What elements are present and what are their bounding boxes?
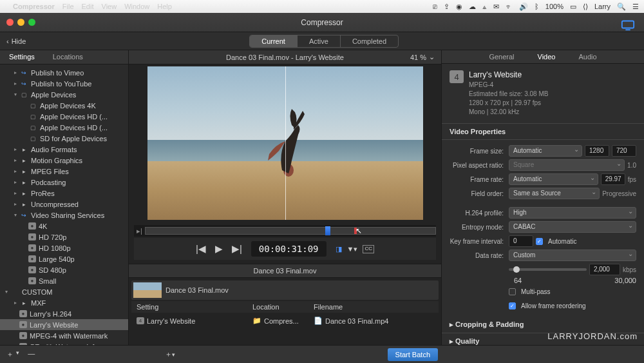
tree-item[interactable]: ▢Apple Devices 4K bbox=[0, 100, 128, 111]
timeline-track[interactable]: ↖ bbox=[145, 227, 436, 235]
frame-rate-select[interactable]: Automatic bbox=[509, 173, 598, 185]
tab-settings[interactable]: Settings bbox=[0, 50, 44, 64]
tab-video[interactable]: Video bbox=[526, 50, 567, 63]
frame-size-select[interactable]: Automatic bbox=[509, 145, 582, 157]
tree-item[interactable]: ▸↪Publish to YouTube bbox=[0, 78, 128, 89]
field-order-select[interactable]: Same as Source bbox=[509, 188, 600, 199]
timecode-display[interactable]: 00:00:31:09 bbox=[251, 241, 327, 257]
batch-row[interactable]: 4Larry's Website 📁Compres... 📄Dance 03 F… bbox=[131, 314, 439, 328]
multipass-checkbox[interactable] bbox=[509, 288, 516, 295]
keyframe-auto-checkbox[interactable]: ✓ bbox=[536, 238, 543, 245]
disclosure-arrow-icon: ▸ bbox=[13, 179, 18, 185]
menu-edit[interactable]: Edit bbox=[82, 3, 94, 10]
tree-item[interactable]: ▢Apple Devices HD (... bbox=[0, 111, 128, 122]
tab-general[interactable]: General bbox=[477, 50, 526, 63]
entropy-select[interactable]: CABAC bbox=[509, 221, 636, 233]
tab-completed[interactable]: Completed bbox=[341, 35, 398, 47]
close-button[interactable] bbox=[6, 19, 14, 26]
hide-button[interactable]: ‹ Hide bbox=[0, 37, 32, 45]
tray-icon[interactable]: ⇪ bbox=[444, 3, 450, 11]
share-monitor-icon[interactable] bbox=[621, 17, 635, 28]
tab-locations[interactable]: Locations bbox=[44, 50, 92, 64]
fullscreen-button[interactable] bbox=[28, 19, 35, 26]
height-field[interactable]: 720 bbox=[612, 145, 636, 157]
user-name[interactable]: Larry bbox=[594, 3, 611, 10]
tree-item[interactable]: ▾▢Apple Devices bbox=[0, 89, 128, 100]
volume-icon[interactable]: 🔊 bbox=[519, 3, 528, 11]
next-button[interactable]: ▶| bbox=[232, 243, 242, 255]
menu-file[interactable]: File bbox=[62, 3, 74, 10]
tree-item[interactable]: ▾↪Video Sharing Services bbox=[0, 210, 128, 221]
data-rate-slider[interactable] bbox=[509, 268, 587, 271]
tree-item[interactable]: ●SD 480p bbox=[0, 264, 128, 275]
tree-item[interactable]: ●4K bbox=[0, 221, 128, 231]
tree-item[interactable]: ●HD 1080p bbox=[0, 242, 128, 253]
tree-item[interactable]: ●Large 540p bbox=[0, 253, 128, 264]
tree-item[interactable]: ▾CUSTOM bbox=[0, 286, 128, 297]
tree-item[interactable]: ▸▸MPEG Files bbox=[0, 166, 128, 177]
marker-menu-icon[interactable]: ▼▾ bbox=[347, 245, 358, 253]
tree-item[interactable]: ●HD 720p bbox=[0, 231, 128, 242]
tree-item[interactable]: ●Small bbox=[0, 275, 128, 286]
tray-icon[interactable]: ◉ bbox=[456, 3, 462, 11]
compare-divider[interactable] bbox=[285, 66, 286, 220]
compare-view-icon[interactable]: ◨ bbox=[336, 245, 342, 253]
tree-item[interactable]: ●Larry's H.264 bbox=[0, 308, 128, 319]
add-job-button[interactable]: ＋▾ bbox=[158, 349, 182, 359]
tree-item[interactable]: ▸▸Podcasting bbox=[0, 177, 128, 188]
menu-window[interactable]: Window bbox=[124, 3, 149, 10]
tree-item[interactable]: ▸▸MXF bbox=[0, 297, 128, 308]
tab-active[interactable]: Active bbox=[298, 35, 341, 47]
minimize-button[interactable] bbox=[17, 19, 24, 26]
width-field[interactable]: 1280 bbox=[585, 145, 609, 157]
batch-item[interactable]: Dance 03 Final.mov bbox=[131, 280, 439, 300]
tray-icon[interactable]: ✉ bbox=[493, 3, 499, 11]
tree-item[interactable]: ▢Apple Devices HD (... bbox=[0, 122, 128, 133]
menu-view[interactable]: View bbox=[102, 3, 117, 10]
wifi-icon[interactable]: ᯤ bbox=[506, 3, 513, 10]
preview-area bbox=[129, 64, 441, 221]
tree-item[interactable]: ▸▸Audio Formats bbox=[0, 144, 128, 155]
col-filename: Filename bbox=[314, 303, 343, 311]
tab-audio[interactable]: Audio bbox=[567, 50, 608, 63]
caption-icon[interactable]: CC bbox=[363, 245, 374, 253]
add-setting-button[interactable]: ＋▾ — bbox=[0, 349, 41, 359]
start-batch-button[interactable]: Start Batch bbox=[388, 348, 438, 361]
data-rate-select[interactable]: Custom bbox=[509, 250, 636, 261]
tree-item-label: MPEG-4 with Watermark bbox=[30, 332, 108, 340]
arrows-icon[interactable]: ⟨⟩ bbox=[583, 3, 588, 11]
tray-icon[interactable]: ⎚ bbox=[433, 3, 437, 10]
prof-icon: ● bbox=[19, 310, 27, 317]
tree-item[interactable]: ●Larry's Website bbox=[0, 319, 128, 330]
preview-title: Dance 03 Final.mov - Larry's Website bbox=[226, 54, 344, 61]
preview-frame[interactable] bbox=[147, 66, 423, 220]
app-menu[interactable]: Compressor bbox=[13, 3, 55, 10]
fps-field[interactable]: 29.97 bbox=[601, 173, 625, 185]
codec-label: MPEG-4 bbox=[469, 81, 636, 90]
tray-icon[interactable]: ⟁ bbox=[482, 3, 487, 10]
tray-icon[interactable]: ☁ bbox=[469, 3, 476, 11]
tree-item[interactable]: ▸↪Publish to Vimeo bbox=[0, 67, 128, 78]
menu-icon[interactable]: ☰ bbox=[632, 3, 639, 11]
zoom-control[interactable]: 41 %⌄ bbox=[410, 53, 435, 61]
keyframe-interval-field[interactable]: 0 bbox=[509, 235, 533, 247]
timeline-in-marker[interactable] bbox=[325, 226, 330, 235]
prev-button[interactable]: |◀ bbox=[196, 243, 206, 255]
data-rate-field[interactable]: 2,000 bbox=[589, 264, 620, 275]
filesize-label: Estimated file size: 3.08 MB bbox=[469, 90, 636, 99]
timeline[interactable]: ▸| ↖ bbox=[134, 225, 436, 237]
pixel-aspect-select[interactable]: Square bbox=[509, 159, 625, 171]
play-button[interactable]: ▶ bbox=[215, 243, 223, 255]
menu-help[interactable]: Help bbox=[157, 3, 172, 10]
tree-item[interactable]: ▸▸ProRes bbox=[0, 188, 128, 199]
tree-item-label: Motion Graphics bbox=[31, 157, 82, 164]
search-icon[interactable]: 🔍 bbox=[617, 3, 626, 11]
tab-current[interactable]: Current bbox=[250, 35, 298, 47]
h264-profile-select[interactable]: High bbox=[509, 207, 636, 219]
tree-item[interactable]: ▸▸Uncompressed bbox=[0, 199, 128, 210]
tree-item[interactable]: ▸▸Motion Graphics bbox=[0, 155, 128, 166]
bluetooth-icon[interactable]: ᛒ bbox=[535, 3, 539, 10]
tree-item[interactable]: ▢SD for Apple Devices bbox=[0, 133, 128, 144]
frame-reordering-checkbox[interactable]: ✓ bbox=[509, 302, 516, 309]
tree-item[interactable]: ●MPEG-4 with Watermark bbox=[0, 330, 128, 341]
